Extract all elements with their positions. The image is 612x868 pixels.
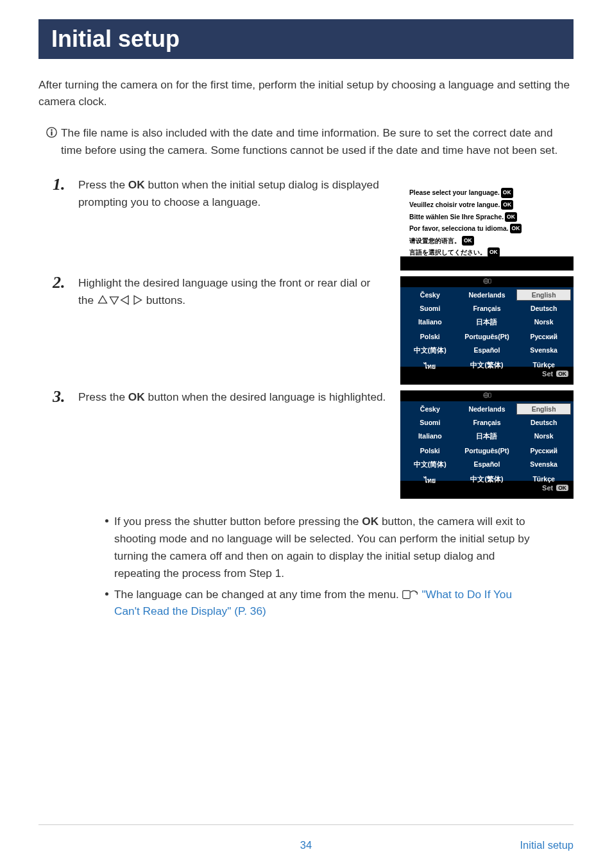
svg-point-1	[51, 129, 53, 131]
page-title: Initial setup	[38, 19, 574, 59]
step-3-text: Press the OK button when the desired lan…	[78, 388, 389, 406]
lang-option: Svenska	[516, 344, 571, 357]
lang-option: 中文(繁体)	[460, 473, 514, 488]
lang-option: Deutsch	[516, 417, 571, 428]
svg-rect-10	[488, 394, 491, 398]
globe-icon	[483, 277, 491, 287]
lang-option: Italiano	[403, 316, 457, 329]
step-1: 1. Press the OK button when the initial …	[38, 176, 574, 271]
lang-option: Norsk	[516, 316, 571, 329]
page-footer: 34 Initial setup	[38, 824, 574, 851]
globe-icon	[483, 391, 491, 401]
note-2: The language can be changed at any time …	[114, 586, 536, 621]
step-3: 3. Press the OK button when the desired …	[38, 388, 574, 499]
screen-language-prompt: Please select your language.OK Veuillez …	[400, 180, 574, 271]
lang-option: Nederlands	[460, 289, 514, 301]
caution-note: The file name is also included with the …	[38, 124, 574, 159]
xref-icon	[402, 588, 419, 601]
lang-option: Deutsch	[516, 303, 571, 314]
lang-option: English	[516, 289, 571, 301]
dpad-icon	[97, 294, 143, 306]
lang-option: Русский	[516, 331, 571, 342]
step-2-number: 2.	[53, 273, 78, 292]
lang-option: Česky	[403, 289, 457, 301]
lang-option: Português(Pt)	[460, 331, 514, 342]
svg-rect-11	[402, 590, 409, 598]
lang-option: Česky	[403, 403, 457, 415]
lang-option: Polski	[403, 331, 457, 342]
svg-rect-2	[51, 131, 52, 136]
lang-option: 中文(简体)	[403, 458, 457, 471]
lang-option: ไทย	[403, 359, 457, 374]
lang-option: English	[516, 403, 571, 415]
footer-section[interactable]: Initial setup	[520, 839, 574, 851]
lang-option: Italiano	[403, 430, 457, 443]
caution-text: The file name is also included with the …	[61, 124, 574, 159]
notes-list: If you press the shutter button before p…	[38, 513, 574, 620]
note-1: If you press the shutter button before p…	[114, 513, 536, 581]
lang-option: Français	[460, 303, 514, 314]
step-2-text: Highlight the desired language using the…	[78, 274, 389, 309]
lang-option: Português(Pt)	[460, 445, 514, 456]
step-1-number: 1.	[53, 175, 78, 194]
step-1-text: Press the OK button when the initial set…	[78, 176, 389, 211]
svg-rect-6	[488, 280, 491, 284]
lang-option: Español	[460, 344, 514, 357]
lang-option: Suomi	[403, 303, 457, 314]
page-number: 34	[38, 839, 574, 851]
lang-option: Русский	[516, 445, 571, 456]
step-3-number: 3.	[53, 387, 78, 406]
caution-icon	[46, 126, 57, 143]
lang-option: 中文(简体)	[403, 344, 457, 357]
lang-option: Suomi	[403, 417, 457, 428]
lang-option: ไทย	[403, 473, 457, 488]
lang-option: Nederlands	[460, 403, 514, 415]
lang-option: 日本語	[460, 316, 514, 329]
intro-text: After turning the camera on for the firs…	[38, 77, 574, 110]
step-2: 2. Highlight the desired language using …	[38, 274, 574, 385]
lang-option: Norsk	[516, 430, 571, 443]
screen-language-list-1: ČeskyNederlandsEnglishSuomiFrançaisDeuts…	[400, 276, 574, 385]
lang-option: Polski	[403, 445, 457, 456]
lang-option: 日本語	[460, 430, 514, 443]
screen-language-list-2: ČeskyNederlandsEnglishSuomiFrançaisDeuts…	[400, 390, 574, 499]
lang-option: 中文(繁体)	[460, 359, 514, 374]
lang-option: Español	[460, 458, 514, 471]
lang-option: Français	[460, 417, 514, 428]
lang-option: Svenska	[516, 458, 571, 471]
